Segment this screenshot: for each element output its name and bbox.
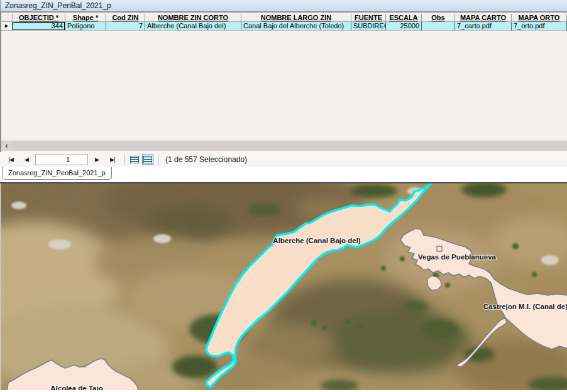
column-header-fuente[interactable]: FUENTE [351,14,386,22]
table-tab-bar: Zonasreg_ZIN_PenBal_2021_p [0,167,567,182]
selected-records-icon [143,156,152,163]
column-header-mapa-orto[interactable]: MAPA ORTO [512,14,567,22]
column-header-nombre-largo-zin[interactable]: NOMBRE LARGO ZIN [241,14,351,22]
cell-nombre-zin-corto[interactable]: Alberche (Canal Bajo del) [145,22,241,31]
divider [158,155,158,165]
window-title: Zonasreg_ZIN_PenBal_2021_p [5,1,111,10]
column-header-objectid[interactable]: OBJECTID * [13,14,65,22]
show-all-records-button[interactable] [129,155,140,165]
scroll-left-arrow-icon[interactable]: ‹ [1,141,12,151]
cell-objectid[interactable]: 344 [13,22,65,31]
label-vegas: Vegas de Pueblanueva [418,253,497,261]
table-row[interactable]: ► 344 Polígono 7 Alberche (Canal Bajo de… [1,22,567,31]
label-alcolea: Alcolea de Tajo [50,384,103,390]
label-castrejon: Castrejon M.I. (Canal de) [483,303,567,310]
selection-status-text: (1 de 557 Seleccionado) [165,155,247,164]
column-header-nombre-zin-corto[interactable]: NOMBRE ZIN CORTO [145,14,241,22]
column-header-mapa-carto[interactable]: MAPA CARTO [455,14,512,22]
column-header-obs[interactable]: Obs [422,14,455,22]
window-title-bar[interactable]: Zonasreg_ZIN_PenBal_2021_p [0,0,567,13]
cell-mapa-orto[interactable]: 7_orto.pdf [512,22,567,31]
horizontal-scrollbar[interactable]: ‹ [1,140,567,151]
column-header-escala[interactable]: ESCALA [386,14,422,22]
column-header-shape[interactable]: Shape * [65,14,106,22]
polygon-tiny-square[interactable] [437,246,442,251]
attribute-table-panel: OBJECTID * Shape * Cod ZIN NOMBRE ZIN CO… [0,13,567,152]
cell-nombre-largo-zin[interactable]: Canal Bajo del Alberche (Toledo) [241,22,351,31]
previous-record-button[interactable]: ◀ [19,154,33,165]
row-pointer-icon[interactable]: ► [1,22,13,31]
cell-cod-zin[interactable]: 7 [106,22,145,31]
cell-shape[interactable]: Polígono [65,22,106,31]
table-header-row: OBJECTID * Shape * Cod ZIN NOMBRE ZIN CO… [1,14,567,22]
divider [124,155,124,165]
record-navigation-bar: |◀ ◀ ▶ ▶| (1 de 557 Seleccionado) [0,152,567,167]
tab-zonasreg[interactable]: Zonasreg_ZIN_PenBal_2021_p [2,167,112,180]
table-empty-area [1,31,567,139]
cell-escala[interactable]: 25000 [386,22,422,31]
last-record-button[interactable]: ▶| [106,154,119,165]
header-row-selector [1,14,13,22]
satellite-map-canvas[interactable]: Alberche (Canal Bajo del) Vegas de Puebl… [0,183,567,390]
cell-mapa-carto[interactable]: 7_carto.pdf [455,22,512,31]
map-view[interactable]: Alberche (Canal Bajo del) Vegas de Puebl… [0,182,567,390]
attribute-table-window: Zonasreg_ZIN_PenBal_2021_p OBJECTID * Sh… [0,0,567,392]
next-record-button[interactable]: ▶ [90,154,104,165]
label-alberche: Alberche (Canal Bajo del) [273,237,360,244]
first-record-button[interactable]: |◀ [4,154,18,165]
cell-fuente[interactable]: SUBDIREC [351,22,386,31]
all-records-icon [130,156,139,163]
cell-obs[interactable] [422,22,455,31]
scrollbar-track[interactable] [12,141,567,151]
column-header-cod-zin[interactable]: Cod ZIN [106,14,145,22]
current-record-input[interactable] [35,154,88,165]
show-selected-records-button[interactable] [142,155,153,165]
